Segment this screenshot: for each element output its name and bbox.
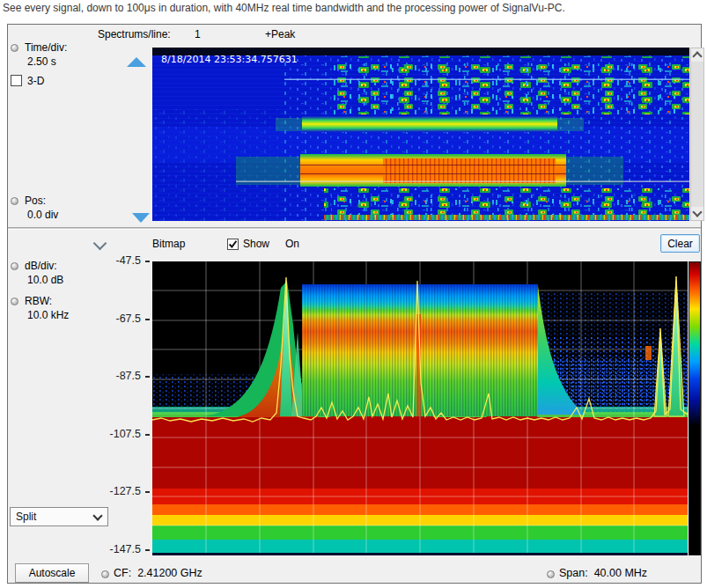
y-axis-tick: -127.5 [79,485,141,497]
y-axis-tickmark [145,491,150,493]
view-mode-value: Split [16,511,36,523]
spectrums-per-line-value[interactable]: 1 [195,28,201,40]
span-label: Span: [559,567,588,579]
three-d-label: 3-D [27,75,44,87]
span-value: 40.00 MHz [594,567,647,579]
caption-text: See every signal, down to 100μs in durat… [3,2,565,14]
time-per-div-label: Time/div: [25,41,67,54]
y-axis-tickmark [145,434,150,436]
spectrogram-bottom-marker[interactable] [132,213,150,223]
db-per-div-label: dB/div: [25,260,57,272]
center-frequency-readout[interactable]: CF: 2.41200 GHz [114,567,203,579]
db-per-div-value[interactable]: 10.0 dB [27,274,63,286]
spectrogram-timestamp: 8/18/2014 23:53:34.757631 [161,54,298,65]
pos-knob-icon[interactable] [11,197,18,205]
bitmap-spectrum-image [152,261,688,555]
y-axis-tickmark [145,261,150,262]
view-mode-dropdown[interactable]: Split [10,507,108,526]
panel-divider [8,227,701,230]
show-checkbox[interactable] [227,239,239,250]
time-per-div-knob-icon[interactable] [11,44,18,52]
y-axis-tick: -87.5 [79,370,141,382]
y-axis-tick: -47.5 [79,254,141,267]
density-colorbar [689,261,701,555]
rbw-value[interactable]: 10.0 kHz [27,309,69,321]
autoscale-button[interactable]: Autoscale [15,563,89,583]
scroll-down-icon[interactable] [691,207,703,220]
pos-value[interactable]: 0.0 div [27,209,58,221]
pos-label: Pos: [25,195,46,207]
y-axis-tick: -107.5 [79,428,141,440]
y-axis-tick: -67.5 [79,312,141,325]
detection-mode-value[interactable]: +Peak [265,28,295,40]
span-knob-icon[interactable] [547,570,555,578]
spectrums-per-line-label: Spectrums/line: [98,28,171,40]
cf-value: 2.41200 GHz [137,567,203,579]
clear-button[interactable]: Clear [660,234,700,253]
y-axis-tickmark [145,319,150,320]
show-label: Show [243,238,269,250]
spectrogram-display[interactable]: 8/18/2014 23:53:34.757631 [152,48,689,221]
show-state-label: On [285,238,299,250]
cf-label: CF: [114,567,131,579]
trace-type-label[interactable]: Bitmap [152,238,185,250]
cf-knob-icon[interactable] [101,570,109,578]
db-per-div-knob-icon[interactable] [11,262,18,270]
signalvu-panel: Spectrums/line: 1 +Peak Time/div: 2.50 s… [7,24,702,584]
dropdown-chevron-icon [92,511,102,520]
y-axis-tickmark [145,376,150,378]
check-icon [228,239,238,249]
spectrogram-top-marker[interactable] [127,57,146,67]
rbw-knob-icon[interactable] [11,298,18,305]
rbw-label: RBW: [25,295,52,307]
scroll-up-icon[interactable] [691,48,703,62]
spectrogram-image: 8/18/2014 23:53:34.757631 [152,48,689,221]
span-readout[interactable]: Span: 40.00 MHz [559,567,647,579]
bitmap-spectrum-display[interactable] [152,261,688,555]
y-axis-tickmark [145,549,150,551]
spectrogram-scrollbar[interactable] [690,48,704,221]
app-window: See every signal, down to 100μs in durat… [0,0,707,588]
three-d-checkbox[interactable] [11,75,22,86]
chevron-down-icon[interactable] [95,239,105,251]
time-per-div-value[interactable]: 2.50 s [27,55,56,68]
y-axis-tick: -147.5 [79,543,141,555]
